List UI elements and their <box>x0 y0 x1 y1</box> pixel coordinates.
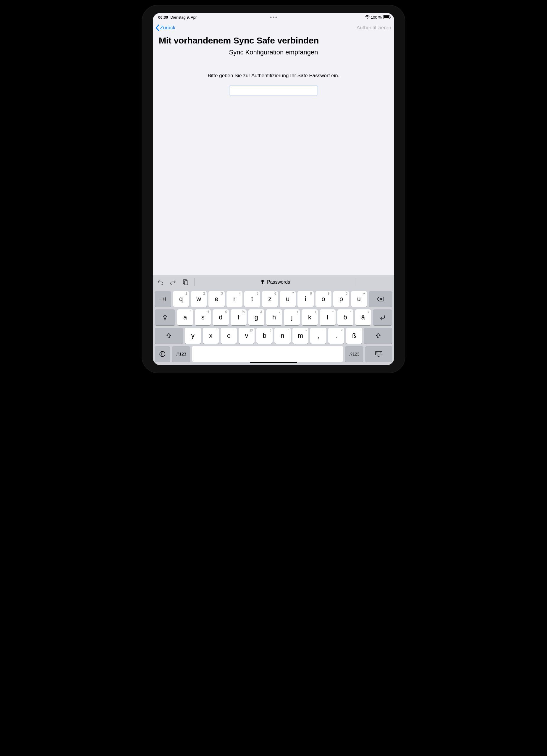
key-b[interactable]: ;b <box>257 328 273 344</box>
key-alt-label: % <box>242 310 245 314</box>
password-input[interactable] <box>229 85 318 96</box>
key-q[interactable]: 1q <box>173 291 189 307</box>
key-main-label: y <box>191 332 195 339</box>
key-alt-label: ' <box>360 328 360 332</box>
key-main-label: q <box>179 296 183 302</box>
home-indicator[interactable] <box>250 362 297 363</box>
key-alt-label: : <box>288 328 289 332</box>
key-alt-label: = <box>332 310 333 314</box>
key-f[interactable]: %f <box>231 309 247 325</box>
key-alt-label: ( <box>297 310 298 314</box>
toolbar-divider <box>194 278 195 286</box>
dismiss-keyboard-key[interactable] <box>365 346 392 362</box>
key-a[interactable]: "a <box>177 309 193 325</box>
numeric-key-left[interactable]: .?123 <box>172 346 190 362</box>
key-y[interactable]: 'y <box>185 328 201 344</box>
key-k[interactable]: )k <box>301 309 317 325</box>
key-t[interactable]: 5t <box>244 291 260 307</box>
key-main-label: d <box>219 314 222 321</box>
key-m[interactable]: -m <box>292 328 309 344</box>
key-g[interactable]: &g <box>249 309 264 325</box>
space-key[interactable] <box>192 346 343 362</box>
passwords-suggestion[interactable]: Passwords <box>199 280 351 285</box>
key-main-label: l <box>327 314 328 321</box>
key-main-label: , <box>317 332 319 339</box>
key-main-label: x <box>209 332 212 339</box>
key-s[interactable]: §s <box>195 309 211 325</box>
key-alt-label: @ <box>250 328 253 332</box>
clipboard-button[interactable] <box>181 278 190 286</box>
key-main-label: c <box>227 332 230 339</box>
key-p[interactable]: 0p <box>333 291 349 307</box>
shift-key-left[interactable] <box>155 328 183 344</box>
key-alt-label: + <box>363 292 365 295</box>
key-alt-label: 6 <box>274 292 276 295</box>
key-main-label: z <box>269 296 272 302</box>
key-main-label: m <box>298 332 303 339</box>
back-button[interactable]: Zurück <box>155 24 175 31</box>
key-alt-label: * <box>350 310 351 314</box>
key-alt-label: 1 <box>186 292 187 295</box>
key-ü[interactable]: +ü <box>351 291 367 307</box>
caps-lock-key[interactable] <box>155 309 175 325</box>
numeric-key-right[interactable]: .?123 <box>345 346 363 362</box>
key-e[interactable]: 3e <box>209 291 225 307</box>
key-.[interactable]: ?. <box>328 328 344 344</box>
key-main-label: w <box>196 296 201 302</box>
keyboard: Passwords 1q2w3e4r5t6z7u8i9o0p+ü <box>153 275 394 365</box>
key-c[interactable]: …c <box>221 328 237 344</box>
key-alt-label: 2 <box>203 292 205 295</box>
key-alt-label: ) <box>315 310 316 314</box>
key-main-label: ä <box>361 314 365 321</box>
key-ä[interactable]: #ä <box>355 309 371 325</box>
key-h[interactable]: /h <box>266 309 282 325</box>
key-alt-label: 5 <box>257 292 259 295</box>
key-alt-label: 4 <box>239 292 241 295</box>
key-l[interactable]: =l <box>319 309 335 325</box>
key-z[interactable]: 6z <box>262 291 278 307</box>
return-key[interactable] <box>373 309 392 325</box>
passwords-label: Passwords <box>267 280 290 285</box>
key-w[interactable]: 2w <box>191 291 207 307</box>
key-alt-label: " <box>190 310 191 314</box>
key-v[interactable]: @v <box>239 328 255 344</box>
globe-key[interactable] <box>155 346 170 362</box>
key-ß[interactable]: 'ß <box>346 328 362 344</box>
key-x[interactable]: `x <box>203 328 219 344</box>
key-main-label: . <box>335 332 337 339</box>
nav-bar: Zurück Authentifizieren <box>153 21 394 34</box>
key-j[interactable]: (j <box>284 309 300 325</box>
tab-key[interactable] <box>155 291 171 307</box>
key-u[interactable]: 7u <box>280 291 296 307</box>
key-alt-label: … <box>232 328 235 332</box>
key-alt-label: - <box>305 328 306 332</box>
key-d[interactable]: €d <box>213 309 229 325</box>
undo-button[interactable] <box>157 278 165 286</box>
multitask-dots[interactable] <box>270 17 277 18</box>
key-ö[interactable]: *ö <box>337 309 353 325</box>
key-o[interactable]: 9o <box>315 291 331 307</box>
svg-rect-1 <box>185 281 188 285</box>
key-alt-label: ` <box>216 328 217 332</box>
key-main-label: ö <box>343 314 347 321</box>
key-main-label: g <box>255 314 258 321</box>
svg-rect-4 <box>262 284 264 284</box>
key-i[interactable]: 8i <box>297 291 313 307</box>
redo-button[interactable] <box>169 278 177 286</box>
wifi-icon <box>365 15 369 19</box>
key-alt-label: ' <box>199 328 199 332</box>
key-main-label: j <box>291 314 293 321</box>
key-n[interactable]: :n <box>274 328 290 344</box>
key-main-label: u <box>286 296 289 302</box>
key-alt-label: § <box>207 310 209 314</box>
shift-key-right[interactable] <box>364 328 392 344</box>
key-r[interactable]: 4r <box>227 291 243 307</box>
status-time: 06:30 <box>158 15 168 20</box>
screen: 06:30 Dienstag 9. Apr. 100 % Zurück Auth… <box>153 13 394 365</box>
key-main-label: ü <box>357 296 361 302</box>
device-frame: 06:30 Dienstag 9. Apr. 100 % Zurück Auth… <box>136 0 411 378</box>
key-main-label: ß <box>352 332 356 339</box>
backspace-key[interactable] <box>369 291 392 307</box>
key-,[interactable]: !, <box>310 328 326 344</box>
key-alt-label: 7 <box>292 292 294 295</box>
